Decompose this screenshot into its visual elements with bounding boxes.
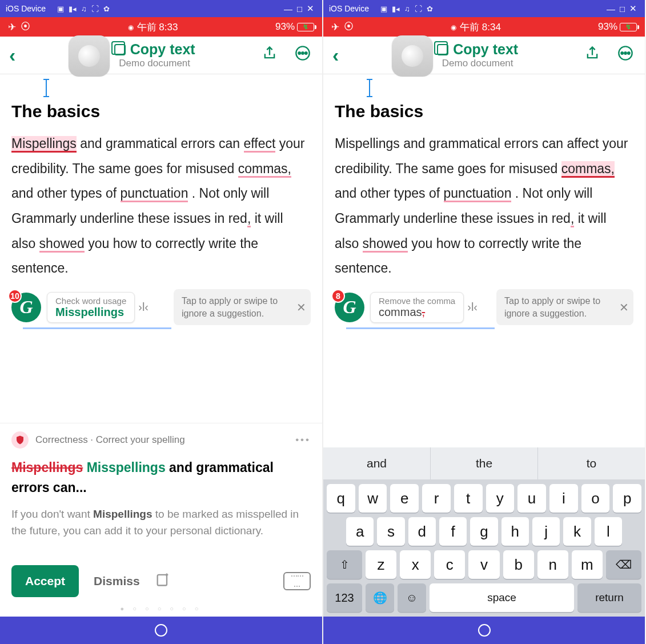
close-tooltip-button[interactable]: ✕ bbox=[296, 299, 306, 315]
grammarly-badge[interactable]: G 8 bbox=[335, 293, 364, 322]
maximize-button[interactable]: □ bbox=[295, 4, 304, 14]
phone-left: iOS Device ▣ ▮◂ ♫ ⛶ ✿ — □ ✕ ✈ ⦿ 午前 8:33 … bbox=[0, 0, 323, 644]
document-body[interactable]: The basics Mispellings and grammatical e… bbox=[0, 74, 322, 418]
key-m[interactable]: m bbox=[572, 550, 603, 579]
battery-icon bbox=[297, 23, 314, 31]
svg-point-3 bbox=[305, 52, 307, 54]
key-r[interactable]: r bbox=[422, 484, 451, 513]
key-l[interactable]: l bbox=[595, 517, 622, 546]
key-return[interactable]: return bbox=[577, 583, 641, 612]
prediction-2[interactable]: the bbox=[431, 447, 538, 479]
video-icon[interactable]: ▮◂ bbox=[69, 5, 77, 13]
headphone-icon[interactable]: ♫ bbox=[81, 5, 87, 13]
close-tooltip-button[interactable]: ✕ bbox=[619, 299, 629, 315]
error-mispellings[interactable]: Mispellings bbox=[11, 136, 77, 153]
assistive-touch-icon[interactable] bbox=[69, 35, 110, 77]
wifi-icon: ⦿ bbox=[344, 21, 354, 33]
key-globe[interactable]: 🌐 bbox=[366, 583, 394, 612]
assistive-touch-icon[interactable] bbox=[392, 35, 433, 77]
accept-button[interactable]: Accept bbox=[11, 565, 79, 597]
suggestion-chip[interactable]: Check word usage Misspellings bbox=[47, 292, 135, 323]
key-space[interactable]: space bbox=[430, 583, 574, 612]
error-effect[interactable]: effect bbox=[244, 136, 276, 153]
back-button[interactable]: ‹ bbox=[329, 44, 342, 66]
video-icon[interactable]: ▮◂ bbox=[392, 5, 400, 13]
key-u[interactable]: u bbox=[517, 484, 546, 513]
close-window-button[interactable]: ✕ bbox=[627, 3, 639, 14]
doc-paragraph[interactable]: Mispellings and grammatical errors can e… bbox=[11, 131, 311, 281]
key-j[interactable]: j bbox=[532, 517, 560, 546]
key-numeric[interactable]: 123 bbox=[327, 583, 362, 612]
svg-point-1 bbox=[298, 52, 300, 54]
key-o[interactable]: o bbox=[581, 484, 610, 513]
airplane-icon: ✈ bbox=[331, 21, 339, 33]
key-x[interactable]: x bbox=[400, 550, 431, 579]
home-button[interactable] bbox=[478, 624, 491, 637]
maximize-button[interactable]: □ bbox=[617, 4, 627, 14]
error-showed[interactable]: showed bbox=[363, 236, 408, 253]
error-showed[interactable]: showed bbox=[39, 236, 85, 253]
camera-icon[interactable]: ▣ bbox=[380, 5, 387, 13]
share-button[interactable] bbox=[579, 45, 606, 65]
more-button[interactable] bbox=[289, 45, 316, 65]
key-s[interactable]: s bbox=[377, 517, 404, 546]
fullscreen-icon[interactable]: ⛶ bbox=[91, 5, 99, 13]
key-g[interactable]: g bbox=[470, 517, 497, 546]
back-button[interactable]: ‹ bbox=[6, 44, 19, 66]
prediction-3[interactable]: to bbox=[538, 447, 645, 479]
keyboard-toggle-icon[interactable] bbox=[283, 572, 311, 590]
dismiss-button[interactable]: Dismiss bbox=[94, 574, 140, 588]
prediction-bar: and the to bbox=[323, 447, 645, 479]
key-a[interactable]: a bbox=[346, 517, 374, 546]
key-y[interactable]: y bbox=[486, 484, 515, 513]
camera-icon[interactable]: ▣ bbox=[57, 5, 64, 13]
emulator-name: iOS Device bbox=[6, 4, 46, 13]
error-punctuation[interactable]: punctuation bbox=[121, 186, 188, 202]
gear-icon[interactable]: ✿ bbox=[427, 5, 433, 13]
key-p[interactable]: p bbox=[613, 484, 641, 513]
card-category: Correctness · Correct your spelling bbox=[35, 434, 185, 446]
card-more-button[interactable]: ••• bbox=[295, 434, 311, 446]
card-correction: Mispellings Misspellings and grammatical… bbox=[11, 458, 311, 497]
key-emoji[interactable]: ☺ bbox=[398, 583, 426, 612]
minimize-button[interactable]: — bbox=[604, 4, 617, 14]
gear-icon[interactable]: ✿ bbox=[103, 5, 110, 13]
doc-heading: The basics bbox=[335, 102, 633, 121]
key-z[interactable]: z bbox=[366, 550, 396, 579]
key-q[interactable]: q bbox=[327, 484, 355, 513]
error-punctuation[interactable]: punctuation bbox=[444, 186, 512, 202]
prediction-1[interactable]: and bbox=[323, 447, 431, 479]
key-e[interactable]: e bbox=[390, 484, 419, 513]
key-b[interactable]: b bbox=[503, 550, 534, 579]
wifi-icon: ⦿ bbox=[21, 21, 30, 33]
error-commas[interactable]: commas, bbox=[561, 161, 615, 178]
issue-count-badge: 8 bbox=[331, 289, 345, 303]
grammarly-badge[interactable]: G 10 bbox=[11, 293, 41, 322]
key-f[interactable]: f bbox=[439, 517, 467, 546]
home-button[interactable] bbox=[155, 624, 167, 637]
key-t[interactable]: t bbox=[454, 484, 483, 513]
share-button[interactable] bbox=[256, 45, 283, 65]
doc-paragraph[interactable]: Mispellings and grammatical errors can a… bbox=[335, 131, 633, 281]
close-window-button[interactable]: ✕ bbox=[304, 3, 316, 14]
key-n[interactable]: n bbox=[537, 550, 568, 579]
key-v[interactable]: v bbox=[468, 550, 499, 579]
key-d[interactable]: d bbox=[408, 517, 436, 546]
key-backspace[interactable]: ⌫ bbox=[606, 550, 641, 579]
text-cursor bbox=[369, 80, 370, 96]
add-to-dictionary-icon[interactable] bbox=[155, 571, 171, 591]
headphone-icon[interactable]: ♫ bbox=[404, 5, 410, 13]
fullscreen-icon[interactable]: ⛶ bbox=[415, 5, 422, 13]
key-i[interactable]: i bbox=[549, 484, 578, 513]
progress-underline bbox=[346, 327, 495, 329]
more-button[interactable] bbox=[612, 45, 639, 65]
key-c[interactable]: c bbox=[434, 550, 465, 579]
key-w[interactable]: w bbox=[359, 484, 387, 513]
key-shift[interactable]: ⇧ bbox=[327, 550, 362, 579]
suggestion-chip[interactable]: Remove the comma commas, bbox=[370, 292, 464, 323]
error-commas[interactable]: commas, bbox=[238, 161, 291, 178]
key-k[interactable]: k bbox=[563, 517, 591, 546]
minimize-button[interactable]: — bbox=[282, 4, 295, 14]
document-body[interactable]: The basics Mispellings and grammatical e… bbox=[323, 74, 645, 447]
key-h[interactable]: h bbox=[501, 517, 529, 546]
